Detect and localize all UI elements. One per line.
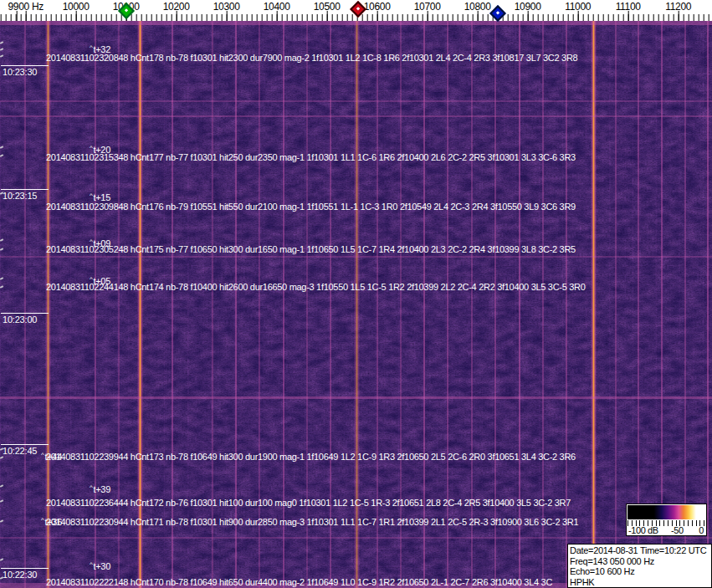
scale-mid-label: -50	[671, 525, 684, 535]
spectrogram-app-window: 9900 Hz100001010010200103001040010500106…	[0, 0, 712, 588]
time-label: 10:23:00	[1, 313, 49, 325]
time-label: 10:23:30	[1, 65, 49, 77]
caret-icon: ^	[90, 144, 92, 151]
caret-icon: ^	[41, 451, 44, 458]
event-data-line: 20140831102222148 hCnt170 nb-78 f10649 h…	[46, 577, 552, 587]
carrier-line	[24, 21, 26, 588]
event-data-line: 20140831102320848 hCnt178 nb-78 f10301 h…	[46, 53, 577, 63]
caret-icon: ^	[41, 516, 44, 524]
event-data-line: 20140831102315348 hCnt177 nb-77 f10301 h…	[46, 152, 576, 162]
carrier-line	[591, 21, 597, 588]
event-data-line: 20140831102236444 hCnt172 nb-76 f10301 h…	[46, 498, 571, 508]
color-gradient-bar	[627, 505, 705, 519]
carrier-line	[615, 21, 617, 588]
scale-max-label: 0	[699, 525, 704, 535]
scale-min-label: -100 dB	[628, 525, 658, 535]
carrier-line	[707, 21, 709, 588]
status-info-box: Date=2014-08-31 Time=10:22 UTC Freq=143 …	[567, 544, 712, 588]
time-label: 10:22:30	[1, 568, 49, 580]
date-time-line: Date=2014-08-31 Time=10:22 UTC	[570, 545, 709, 556]
event-label: ^t+39	[90, 483, 110, 494]
event-data-line: 20140831102230944 hCnt171 nb-78 f10301 h…	[46, 517, 578, 527]
noise-band	[0, 21, 712, 25]
noise-band	[0, 537, 712, 539]
frequency-line: Freq=143 050 000 Hz	[570, 556, 709, 567]
noise-band	[0, 256, 712, 258]
time-label: 10:23:15	[1, 189, 49, 201]
event-label-text: t+39	[93, 484, 110, 494]
event-data-line: 20140831102239944 hCnt173 nb-78 f10649 h…	[46, 452, 576, 462]
noise-band	[0, 100, 712, 102]
event-label: ^t+30	[90, 560, 110, 571]
event-label-text: t+30	[93, 561, 110, 571]
echo-line: Echo=10 600 Hz	[570, 566, 709, 577]
caret-icon: ^	[90, 560, 92, 568]
event-data-line: 20140831102244148 hCnt174 nb-78 f10400 h…	[46, 282, 586, 292]
db-color-scale: -100 dB -50 0	[626, 504, 707, 536]
caret-icon: ^	[90, 483, 92, 491]
scale-labels: -100 dB -50 0	[627, 526, 706, 536]
caret-icon: ^	[90, 192, 92, 199]
station-id-line: HPHK	[570, 577, 709, 588]
event-data-line: 20140831102309848 hCnt176 nb-79 f10551 h…	[46, 202, 576, 212]
caret-icon: ^	[90, 43, 92, 51]
event-data-line: 20140831102305248 hCnt175 nb-77 f10650 h…	[46, 244, 576, 254]
noise-band	[0, 115, 712, 117]
noise-band	[0, 396, 712, 399]
